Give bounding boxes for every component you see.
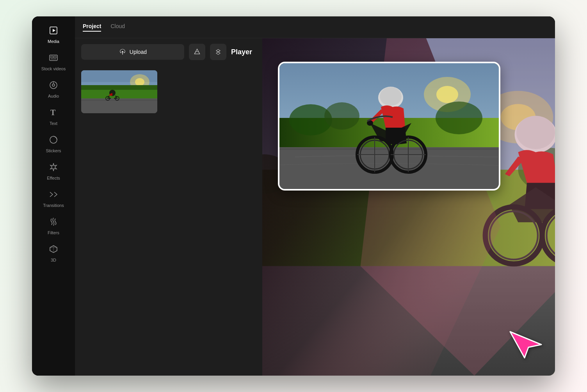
sidebar-text-label: Text	[50, 121, 57, 126]
svg-text:T: T	[50, 108, 56, 117]
sidebar-item-stock-videos[interactable]: Stock videos	[32, 48, 75, 76]
sidebar-audio-label: Audio	[48, 94, 59, 98]
app-window: Media Stock videos Audio	[32, 16, 555, 376]
sidebar-effects-label: Effects	[47, 176, 60, 180]
sidebar: Media Stock videos Audio	[32, 16, 75, 376]
upload-bar: Upload Player	[75, 38, 262, 66]
cursor-svg	[508, 329, 543, 360]
sidebar-3d-label: 3D	[51, 258, 56, 262]
media-grid	[75, 66, 262, 118]
svg-rect-3	[51, 56, 53, 58]
left-panel: Upload Player	[75, 38, 262, 376]
svg-point-14	[135, 78, 144, 86]
preview-card	[278, 62, 500, 191]
dropbox-button[interactable]	[210, 44, 226, 60]
main-content: Project Cloud Upload	[75, 16, 555, 376]
sidebar-item-audio[interactable]: Audio	[32, 76, 75, 103]
svg-point-48	[380, 87, 402, 106]
preview-svg	[279, 63, 499, 189]
filters-icon	[49, 217, 58, 228]
svg-point-40	[436, 86, 458, 103]
sidebar-filters-label: Filters	[48, 230, 59, 235]
media-thumbnail[interactable]	[81, 70, 157, 113]
tab-project[interactable]: Project	[83, 23, 101, 32]
google-drive-icon	[193, 48, 201, 56]
thumbnail-scene	[81, 70, 157, 113]
top-bar: Project Cloud	[75, 16, 555, 38]
svg-point-7	[52, 84, 55, 86]
sidebar-item-effects[interactable]: Effects	[32, 158, 75, 185]
stock-videos-icon	[49, 53, 58, 64]
3d-icon	[49, 244, 58, 255]
player-area	[262, 38, 555, 376]
sidebar-item-filters[interactable]: Filters	[32, 212, 75, 240]
thumbnail-svg	[81, 70, 157, 113]
upload-label: Upload	[130, 49, 147, 55]
text-icon: T	[49, 108, 58, 119]
dropbox-icon	[214, 48, 222, 56]
upload-icon	[119, 48, 126, 56]
sidebar-item-media[interactable]: Media	[32, 21, 75, 48]
sidebar-item-text[interactable]: T Text	[32, 103, 75, 130]
sidebar-item-3d[interactable]: 3D	[32, 240, 75, 267]
sidebar-transitions-label: Transitions	[43, 203, 64, 208]
transitions-icon	[49, 190, 58, 201]
svg-rect-46	[279, 148, 499, 150]
player-label: Player	[231, 48, 256, 56]
sidebar-item-transitions[interactable]: Transitions	[32, 185, 75, 212]
tab-cloud[interactable]: Cloud	[110, 23, 125, 32]
audio-icon	[49, 80, 58, 91]
svg-point-44	[436, 102, 482, 134]
preview-card-inner	[279, 63, 499, 189]
sidebar-stickers-label: Stickers	[46, 148, 61, 153]
sidebar-media-label: Media	[48, 39, 59, 44]
media-icon	[49, 26, 58, 37]
google-drive-button[interactable]	[189, 44, 205, 60]
svg-point-43	[324, 102, 359, 130]
sidebar-stock-label: Stock videos	[41, 66, 66, 71]
effects-icon	[49, 162, 58, 173]
sidebar-item-stickers[interactable]: Stickers	[32, 130, 75, 158]
svg-rect-4	[54, 56, 56, 58]
stickers-icon	[49, 135, 58, 146]
svg-rect-18	[81, 100, 157, 101]
content-area: Upload Player	[75, 38, 555, 376]
svg-marker-1	[53, 29, 55, 32]
upload-button[interactable]: Upload	[81, 44, 184, 60]
